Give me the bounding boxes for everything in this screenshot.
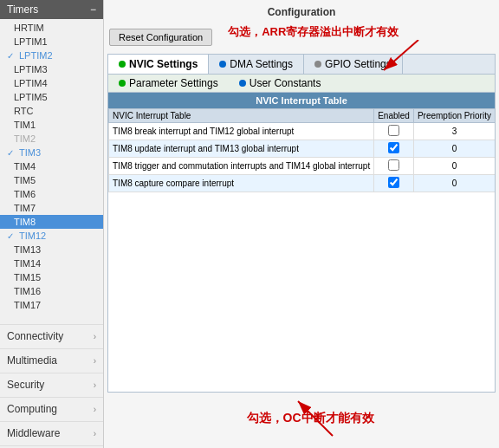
table-row: TIM8 trigger and commutation interrupts … [109,158,496,175]
enabled-checkbox-cell [374,158,414,175]
sidebar-item-tim1[interactable]: TIM1 [0,118,103,132]
subtab-param-label: Parameter Settings [129,77,218,89]
th-enabled: Enabled [374,109,414,123]
sidebar-item-tim7[interactable]: TIM7 [0,201,103,215]
enabled-checkbox[interactable] [388,125,399,136]
sidebar-item-lptim2[interactable]: LPTIM2 [0,49,103,62]
tab-nvic-label: NVIC Settings [129,58,198,70]
subtab-user-dot [239,80,246,87]
interrupt-name-cell: TIM8 capture compare interrupt [109,175,374,192]
sidebar-item-tim2[interactable]: TIM2 [0,132,103,146]
sub-priority-cell: 0 [495,158,496,175]
interrupt-name-cell: TIM8 trigger and commutation interrupts … [109,158,374,175]
tab-dma-label: DMA Settings [230,58,293,70]
tab-gpio-dot [314,61,321,68]
tab-dma-dot [219,61,226,68]
sidebar-item-tim17[interactable]: TIM17 [0,298,103,312]
sidebar-item-lptim3[interactable]: LPTIM3 [0,62,103,76]
sidebar-category-connectivity[interactable]: Connectivity› [0,324,103,345]
table-row: TIM8 break interrupt and TIM12 global in… [109,123,496,140]
sidebar-item-tim4[interactable]: TIM4 [0,159,103,173]
tab-nvic-dot [119,61,126,68]
svg-line-3 [298,401,333,436]
table-title: NVIC Interrupt Table [108,93,495,108]
table-row: TIM8 update interrupt and TIM13 global i… [109,140,496,158]
th-interrupt-name: NVIC Interrupt Table [109,109,374,123]
tab-gpio-settings[interactable]: GPIO Settings [304,55,403,74]
sidebar-item-tim12[interactable]: TIM12 [0,229,103,243]
sidebar-category-multimedia[interactable]: Multimedia› [0,348,103,369]
sidebar-item-tim13[interactable]: TIM13 [0,243,103,256]
sidebar-item-tim6[interactable]: TIM6 [0,187,103,201]
main-content: Configuration Reset Configuration 勾选，ARR… [104,0,499,448]
sidebar-item-rtc[interactable]: RTC [0,104,103,118]
interrupt-name-cell: TIM8 break interrupt and TIM12 global in… [109,123,374,140]
sidebar: Timers − HRTIMLPTIM1LPTIM2LPTIM3LPTIM4LP… [0,0,104,448]
subtab-user-label: User Constants [250,77,321,89]
sidebar-category-computing[interactable]: Computing› [0,397,103,418]
nvic-table-container: NVIC Interrupt Table NVIC Interrupt Tabl… [107,92,496,393]
preemption-cell: 3 [413,123,495,140]
subtab-user-constants[interactable]: User Constants [229,75,332,92]
sidebar-item-tim14[interactable]: TIM14 [0,256,103,270]
sidebar-item-lptim4[interactable]: LPTIM4 [0,76,103,90]
enabled-checkbox-cell [374,140,414,158]
table-row: TIM8 capture compare interrupt00 [109,175,496,192]
sidebar-item-tim3[interactable]: TIM3 [0,146,103,159]
subtab-parameter-settings[interactable]: Parameter Settings [108,75,229,92]
enabled-checkbox[interactable] [388,159,399,171]
interrupt-name-cell: TIM8 update interrupt and TIM13 global i… [109,140,374,158]
config-title: Configuration [107,3,496,21]
sidebar-title: Timers [7,3,38,16]
sidebar-items-list: HRTIMLPTIM1LPTIM2LPTIM3LPTIM4LPTIM5RTCTI… [0,19,103,448]
subtab-param-dot [119,80,126,87]
sidebar-item-tim16[interactable]: TIM16 [0,284,103,298]
preemption-cell: 0 [413,158,495,175]
enabled-checkbox-cell [374,123,414,140]
sidebar-header: Timers − [0,0,103,19]
tab-gpio-label: GPIO Settings [325,58,392,70]
nvic-table: NVIC Interrupt Table Enabled Preemption … [108,108,496,192]
annotation-top: 勾选，ARR寄存器溢出中断才有效 [228,24,399,40]
config-toolbar: Reset Configuration 勾选，ARR寄存器溢出中断才有效 [107,21,496,54]
enabled-checkbox-cell [374,175,414,192]
tab-nvic-settings[interactable]: NVIC Settings [108,55,209,74]
sidebar-category-middleware[interactable]: Middleware› [0,421,103,442]
sidebar-collapse-icon[interactable]: − [90,3,96,16]
th-sub-priority: Sub Priority [495,109,496,123]
sidebar-item-lptim1[interactable]: LPTIM1 [0,35,103,49]
sidebar-item-tim15[interactable]: TIM15 [0,270,103,284]
config-area: Configuration Reset Configuration 勾选，ARR… [104,0,499,448]
arrow-bottom [281,393,350,440]
th-preemption: Preemption Priority [413,109,495,123]
main-tabs-row: NVIC Settings DMA Settings GPIO Settings [107,54,496,74]
sidebar-item-lptim5[interactable]: LPTIM5 [0,90,103,104]
enabled-checkbox[interactable] [388,142,399,153]
subtabs-row: Parameter Settings User Constants [107,74,496,92]
sub-priority-cell: 0 [495,140,496,158]
preemption-cell: 0 [413,175,495,192]
sub-priority-cell: 0 [495,175,496,192]
sidebar-category-security[interactable]: Security› [0,373,103,393]
enabled-checkbox[interactable] [388,177,399,188]
sub-priority-cell: 0 [495,123,496,140]
sidebar-item-tim8[interactable]: TIM8 [0,215,103,229]
tab-dma-settings[interactable]: DMA Settings [209,55,304,74]
sidebar-item-tim5[interactable]: TIM5 [0,173,103,187]
preemption-cell: 0 [413,140,495,158]
sidebar-item-hrtim[interactable]: HRTIM [0,21,103,35]
reset-configuration-button[interactable]: Reset Configuration [109,29,212,46]
